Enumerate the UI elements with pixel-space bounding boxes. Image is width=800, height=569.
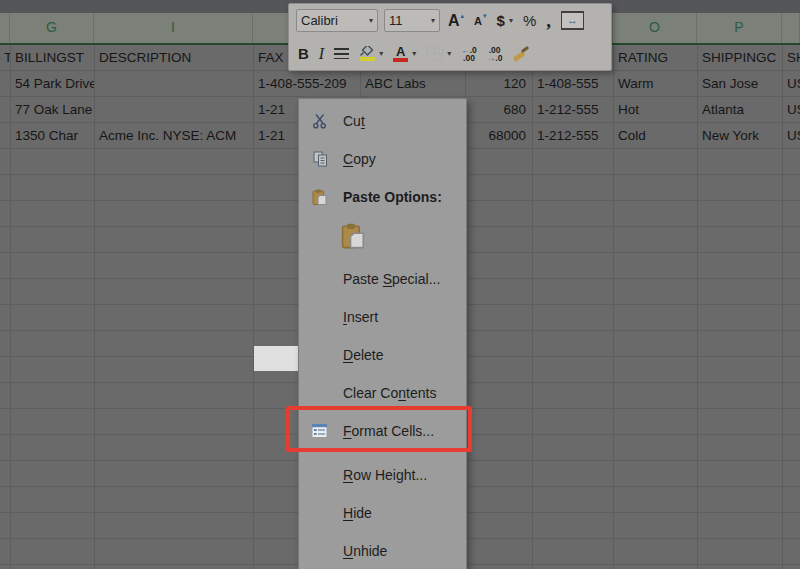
cell[interactable]: 1-212-555	[533, 123, 614, 149]
cell[interactable]	[11, 305, 95, 331]
cell[interactable]	[533, 279, 614, 305]
menu-item-cut[interactable]: Cut	[299, 102, 466, 140]
menu-item-copy[interactable]: Copy	[299, 140, 466, 178]
cell[interactable]	[698, 201, 783, 227]
cell[interactable]: 1-408-555	[533, 71, 614, 97]
cell[interactable]	[698, 279, 783, 305]
cell[interactable]: Hot	[614, 97, 698, 123]
cell[interactable]	[466, 331, 533, 357]
cell[interactable]	[466, 539, 533, 565]
paste-option-button[interactable]	[341, 223, 368, 253]
cell[interactable]	[11, 279, 95, 305]
cell[interactable]: SHIPPINGC	[698, 45, 783, 71]
cell[interactable]	[783, 487, 800, 513]
cell[interactable]: New York	[698, 123, 783, 149]
cell[interactable]	[783, 565, 800, 569]
cell[interactable]	[783, 383, 800, 409]
cell[interactable]	[466, 175, 533, 201]
cell[interactable]	[783, 513, 800, 539]
cell[interactable]	[11, 461, 95, 487]
cell[interactable]	[614, 513, 698, 539]
font-color-button[interactable]: A ▾	[391, 45, 418, 63]
cell[interactable]	[533, 253, 614, 279]
cell[interactable]	[783, 461, 800, 487]
cell[interactable]	[533, 383, 614, 409]
cell[interactable]	[0, 305, 11, 331]
cell[interactable]: Acme Inc. NYSE: ACM	[95, 123, 254, 149]
cell[interactable]	[614, 487, 698, 513]
menu-item-row-height[interactable]: Row Height...	[299, 456, 466, 494]
increase-decimal-button[interactable]: ←.0 .00	[459, 45, 479, 63]
cell[interactable]	[466, 461, 533, 487]
cell[interactable]: ABC Labs	[361, 71, 466, 97]
cell[interactable]	[95, 357, 254, 383]
cell[interactable]	[783, 435, 800, 461]
cell[interactable]	[783, 409, 800, 435]
cell[interactable]	[0, 487, 11, 513]
cell[interactable]	[533, 539, 614, 565]
cell[interactable]	[533, 409, 614, 435]
column-header-i[interactable]: I	[94, 13, 253, 43]
cell[interactable]	[466, 487, 533, 513]
align-center-button[interactable]	[332, 47, 351, 60]
font-size-select[interactable]: 11 ▾	[384, 9, 440, 32]
cell[interactable]: 680	[466, 97, 533, 123]
cell[interactable]	[614, 383, 698, 409]
cell[interactable]	[614, 409, 698, 435]
cell[interactable]	[95, 513, 254, 539]
menu-item-delete[interactable]: Delete	[299, 336, 466, 374]
column-header[interactable]	[0, 13, 10, 43]
cell[interactable]	[11, 513, 95, 539]
decrease-decimal-button[interactable]: .00 →.0	[485, 45, 505, 63]
accounting-format-button[interactable]: $ ▾	[495, 11, 515, 30]
cell[interactable]	[466, 201, 533, 227]
cell[interactable]	[0, 565, 11, 569]
cell[interactable]	[0, 331, 11, 357]
cell[interactable]	[698, 487, 783, 513]
cell[interactable]	[614, 539, 698, 565]
cell[interactable]	[533, 331, 614, 357]
cell[interactable]	[95, 305, 254, 331]
font-name-select[interactable]: Calibri ▾	[296, 9, 378, 32]
cell[interactable]	[0, 383, 11, 409]
cell[interactable]	[698, 357, 783, 383]
cell[interactable]	[0, 123, 11, 149]
cell[interactable]	[0, 435, 11, 461]
cell[interactable]	[95, 565, 254, 569]
cell[interactable]	[533, 227, 614, 253]
cell[interactable]	[11, 201, 95, 227]
cell[interactable]	[698, 331, 783, 357]
cell[interactable]	[614, 227, 698, 253]
cell[interactable]	[614, 175, 698, 201]
cell[interactable]	[95, 461, 254, 487]
cell[interactable]	[614, 565, 698, 569]
cell[interactable]	[0, 539, 11, 565]
grow-font-button[interactable]: A ▴	[446, 11, 466, 31]
cell[interactable]	[614, 149, 698, 175]
cell[interactable]	[698, 539, 783, 565]
cell[interactable]	[698, 513, 783, 539]
menu-item-unhide[interactable]: Unhide	[299, 532, 466, 569]
cell[interactable]	[614, 279, 698, 305]
cell[interactable]	[783, 227, 800, 253]
fill-color-button[interactable]: ▾	[357, 45, 385, 62]
cell[interactable]	[698, 383, 783, 409]
cell[interactable]	[533, 305, 614, 331]
cell[interactable]	[614, 253, 698, 279]
percent-style-button[interactable]: %	[521, 11, 538, 30]
cell[interactable]	[698, 461, 783, 487]
cell[interactable]: T	[0, 45, 11, 71]
cell[interactable]	[698, 409, 783, 435]
cell[interactable]	[533, 149, 614, 175]
cell[interactable]	[533, 435, 614, 461]
format-painter-button[interactable]	[510, 45, 532, 63]
cell[interactable]: US	[783, 71, 800, 97]
cell[interactable]	[783, 279, 800, 305]
menu-item-paste-special[interactable]: Paste Special...	[299, 260, 466, 298]
cell[interactable]	[95, 227, 254, 253]
cell[interactable]	[95, 253, 254, 279]
cell[interactable]	[783, 539, 800, 565]
cell[interactable]	[614, 357, 698, 383]
column-header-o[interactable]: O	[613, 13, 697, 43]
bold-button[interactable]: B	[296, 44, 311, 63]
